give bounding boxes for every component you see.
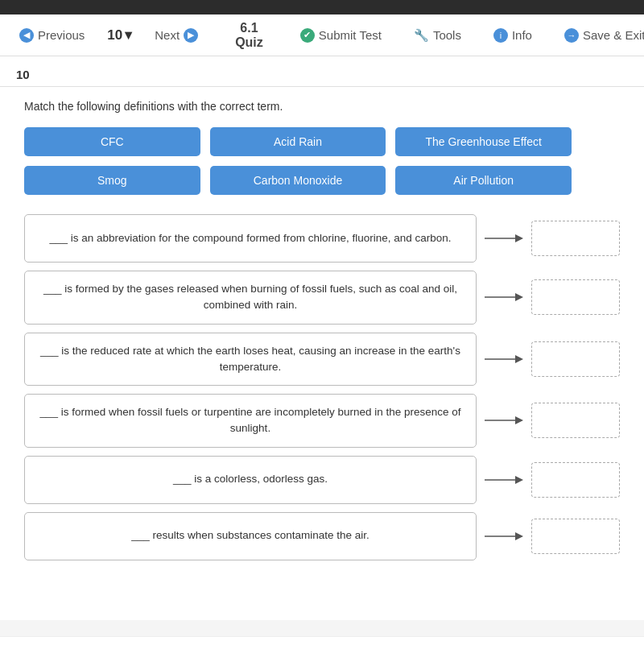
previous-label: Previous	[38, 28, 85, 42]
previous-icon: ◀	[19, 28, 34, 43]
definition-box-2: ___ is formed by the gases released when…	[24, 271, 477, 325]
term-chip-cfc[interactable]: CFC	[24, 127, 200, 156]
answer-box-5[interactable]	[531, 462, 620, 498]
definition-box-6: ___ results when substances contaminate …	[24, 512, 477, 560]
terms-grid: CFCAcid RainThe Greenhouse EffectSmogCar…	[24, 127, 572, 195]
match-row-4: ___ is formed when fossil fuels or turpe…	[24, 394, 620, 448]
arrow-6	[485, 528, 523, 544]
next-label: Next	[155, 28, 180, 42]
definition-box-1: ___ is an abbreviation for the compound …	[24, 214, 477, 263]
svg-marker-5	[515, 355, 523, 363]
question-body: Match the following definitions with the…	[0, 87, 644, 573]
match-rows: ___ is an abbreviation for the compound …	[24, 214, 620, 560]
svg-marker-11	[515, 532, 523, 540]
previous-button[interactable]: ◀ Previous	[8, 22, 96, 49]
arrow-1	[485, 230, 523, 246]
info-label: Info	[512, 28, 532, 42]
definition-box-4: ___ is formed when fossil fuels or turpe…	[24, 394, 477, 448]
answer-box-4[interactable]	[531, 403, 620, 438]
svg-marker-9	[515, 476, 523, 484]
term-chip-air_pollution[interactable]: Air Pollution	[395, 166, 572, 195]
svg-marker-1	[515, 234, 523, 242]
question-number-selector[interactable]: 10 ▾	[99, 22, 140, 48]
chevron-down-icon: ▾	[125, 27, 132, 43]
answer-box-3[interactable]	[531, 341, 620, 377]
arrow-2	[485, 289, 523, 305]
tools-label: Tools	[433, 28, 461, 42]
submit-icon: ✔	[300, 28, 315, 43]
match-row-3: ___ is the reduced rate at which the ear…	[24, 333, 620, 387]
quiz-title: 6.1 Quiz	[219, 21, 279, 50]
svg-marker-3	[515, 293, 523, 301]
content-area: 10 Match the following definitions with …	[0, 56, 644, 620]
nav-bar: ◀ Previous 10 ▾ Next ▶ 6.1 Quiz ✔ Submit…	[0, 14, 644, 56]
match-row-1: ___ is an abbreviation for the compound …	[24, 214, 620, 263]
next-icon: ▶	[184, 28, 198, 43]
answer-box-2[interactable]	[531, 279, 620, 315]
instruction-text: Match the following definitions with the…	[24, 100, 620, 113]
term-chip-smog[interactable]: Smog	[24, 166, 200, 195]
arrow-4	[485, 412, 523, 428]
submit-test-button[interactable]: ✔ Submit Test	[289, 22, 393, 49]
footer: © 2021 Edmentum. All rights reserved.	[0, 636, 644, 645]
save-exit-button[interactable]: → Save & Exit	[553, 22, 644, 49]
match-row-5: ___ is a colorless, odorless gas.	[24, 456, 620, 504]
term-chip-acid_rain[interactable]: Acid Rain	[210, 127, 386, 156]
arrow-5	[485, 472, 523, 488]
question-number: 10	[107, 27, 122, 43]
definition-box-5: ___ is a colorless, odorless gas.	[24, 456, 477, 504]
answer-box-6[interactable]	[531, 519, 620, 554]
match-row-6: ___ results when substances contaminate …	[24, 512, 620, 560]
tools-icon: 🔧	[414, 28, 429, 43]
info-icon: i	[493, 28, 508, 43]
info-button[interactable]: i Info	[482, 22, 543, 49]
save-icon: →	[564, 28, 579, 43]
answer-box-1[interactable]	[531, 221, 620, 256]
match-row-2: ___ is formed by the gases released when…	[24, 271, 620, 325]
term-chip-greenhouse[interactable]: The Greenhouse Effect	[395, 127, 572, 156]
save-label: Save & Exit	[583, 28, 644, 42]
term-chip-carbon_monoxide[interactable]: Carbon Monoxide	[210, 166, 386, 195]
definition-box-3: ___ is the reduced rate at which the ear…	[24, 333, 477, 387]
arrow-3	[485, 351, 523, 367]
svg-marker-7	[515, 416, 523, 424]
question-number-display: 10	[16, 68, 30, 81]
next-button[interactable]: Next ▶	[143, 22, 209, 49]
question-header: 10	[0, 56, 644, 87]
top-bar	[0, 0, 644, 14]
tools-button[interactable]: 🔧 Tools	[402, 22, 473, 49]
submit-label: Submit Test	[319, 28, 382, 42]
